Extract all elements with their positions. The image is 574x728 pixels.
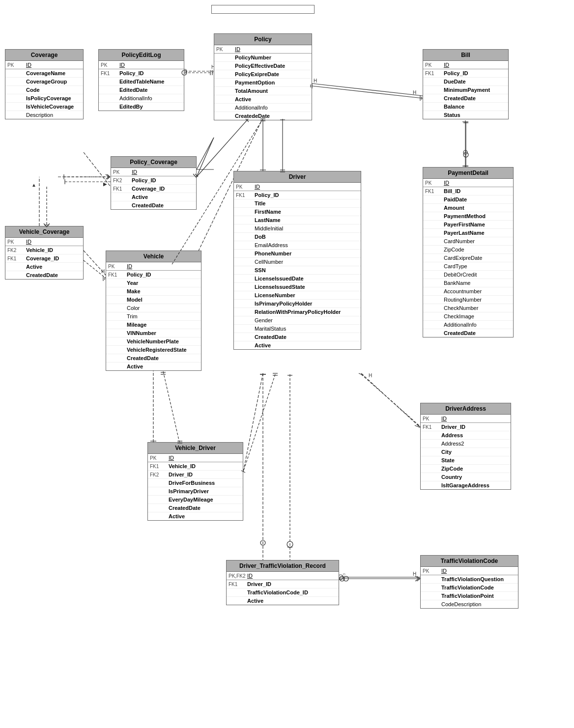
field-row: CreatedeDate <box>214 112 312 120</box>
field-row: SSN <box>234 266 361 275</box>
field-row: CardType <box>423 262 513 271</box>
table-policyEditLog: PolicyEditLogPKIDFK1Policy_IDEditedTable… <box>98 49 184 111</box>
field-row: CreatedDate <box>5 271 83 279</box>
field-row: FK2Driver_ID <box>148 471 243 479</box>
field-row: IsPrimaryPolicyHolder <box>234 300 361 308</box>
pk-row: PKID <box>423 61 508 69</box>
field-row: CoverageName <box>5 69 83 78</box>
field-row: CellNumber <box>234 258 361 266</box>
field-row: CreatedDate <box>423 329 513 337</box>
field-row: CreatedDate <box>234 333 361 341</box>
svg-line-21 <box>84 251 106 275</box>
field-row: FK2Vehicle_ID <box>5 246 83 254</box>
field-row: Active <box>148 512 243 520</box>
field-row: TotalAmount <box>214 87 312 95</box>
table-policy: PolicyPKIDPolicyNumberPolicyEffectiveDat… <box>214 33 312 120</box>
field-row: CreatedDate <box>111 201 196 209</box>
table-header-driverTrafficViolation: Driver_TrafficViolation_Record <box>227 560 339 572</box>
svg-text:H: H <box>314 78 317 84</box>
pk-row: PKID <box>5 61 83 69</box>
field-row: Model <box>106 296 201 304</box>
field-row: IsVehicleCoverage <box>5 103 83 111</box>
field-row: CoverageGroup <box>5 78 83 86</box>
table-header-driver: Driver <box>234 171 361 183</box>
table-paymentDetail: PaymentDetailPKIDFK1Bill_IDPaidDateAmoun… <box>423 167 514 337</box>
field-row: Accountnumber <box>423 287 513 296</box>
table-trafficViolationCode: TrafficViolationCodePKIDTrafficViolation… <box>420 555 518 609</box>
table-header-vehicle: Vehicle <box>106 251 201 262</box>
pk-row: PKID <box>106 262 201 270</box>
field-row: LicenseNumber <box>234 291 361 300</box>
field-row: PhoneNumber <box>234 250 361 258</box>
field-row: FK1Policy_ID <box>106 271 201 279</box>
field-row: DueDate <box>423 78 508 86</box>
table-header-coverage: Coverage <box>5 50 83 61</box>
pk-row: PKID <box>423 179 513 187</box>
svg-text:H: H <box>369 373 372 378</box>
field-row: MiddleInitial <box>234 224 361 233</box>
pk-row: PKID <box>234 183 361 191</box>
field-row: LastName <box>234 216 361 224</box>
field-row: CheckImage <box>423 312 513 321</box>
field-row: Code <box>5 86 83 94</box>
field-row: CardNumber <box>423 237 513 246</box>
table-header-vehicleCoverage: Vehicle_Coverage <box>5 226 83 238</box>
table-vehicleDriver: Vehicle_DriverPKIDFK1Vehicle_IDFK2Driver… <box>147 442 243 521</box>
field-row: IsItGarageAddress <box>421 481 511 489</box>
field-row: DebitOrCredit <box>423 271 513 279</box>
pk-row: PKID <box>148 454 243 462</box>
table-header-driverAddress: DriverAddress <box>421 403 511 415</box>
pk-row: PKID <box>111 168 196 176</box>
field-row: FK1Coverage_ID <box>5 254 83 263</box>
field-row: EveryDayMileage <box>148 496 243 504</box>
field-row: AdditionalInfo <box>423 321 513 329</box>
field-row: CreatedDate <box>148 504 243 512</box>
field-row: TrafficViolationCode <box>421 584 518 592</box>
field-row: FK1Policy_ID <box>423 69 508 78</box>
field-row: FK1Coverage_ID <box>111 185 196 193</box>
field-row: City <box>421 448 511 456</box>
field-row: LicenseIssuedState <box>234 283 361 291</box>
field-row: Address <box>421 431 511 440</box>
field-row: VehicleNumberPlate <box>106 337 201 346</box>
table-driverAddress: DriverAddressPKIDFK1Driver_IDAddressAddr… <box>420 403 511 490</box>
field-row: Trim <box>106 312 201 321</box>
svg-text:▶: ▶ <box>103 181 107 187</box>
field-row: Address2 <box>421 440 511 448</box>
field-row: EmailAddress <box>234 241 361 250</box>
svg-line-29 <box>361 373 420 427</box>
field-row: FK1Vehicle_ID <box>148 462 243 471</box>
field-row: EditedBy <box>99 103 184 111</box>
pk-row: PKID <box>421 567 518 575</box>
field-row: AdditionalInfo <box>214 104 312 112</box>
field-row: FirstName <box>234 208 361 216</box>
table-driver: DriverPKIDFK1Policy_IDTitleFirstNameLast… <box>233 171 361 350</box>
table-header-policyEditLog: PolicyEditLog <box>99 50 184 61</box>
svg-point-33 <box>260 540 265 545</box>
field-row: Color <box>106 304 201 312</box>
table-vehicleCoverage: Vehicle_CoveragePKIDFK2Vehicle_IDFK1Cove… <box>5 226 84 280</box>
svg-text:H: H <box>101 269 105 274</box>
field-row: Amount <box>423 204 513 212</box>
field-row: DoB <box>234 233 361 241</box>
table-coverage: CoveragePKIDCoverageNameCoverageGroupCod… <box>5 49 84 119</box>
svg-line-27 <box>243 373 263 472</box>
table-header-paymentDetail: PaymentDetail <box>423 168 513 179</box>
field-row: FK1Policy_ID <box>99 69 184 78</box>
table-header-vehicleDriver: Vehicle_Driver <box>148 443 243 454</box>
field-row: MaritalStatus <box>234 325 361 333</box>
field-row: CheckNumber <box>423 304 513 312</box>
diagram-container: H H H ▶ ▲ H <box>0 0 574 728</box>
svg-text:○: ○ <box>343 571 345 577</box>
table-header-bill: Bill <box>423 50 508 61</box>
field-row: ZipCode <box>423 246 513 254</box>
field-row: TrafficViolationCode_ID <box>227 588 339 597</box>
svg-point-7 <box>463 150 467 154</box>
field-row: VehicleRegisteredState <box>106 346 201 354</box>
svg-line-3 <box>312 84 423 96</box>
field-row: Country <box>421 473 511 481</box>
table-vehicle: VehiclePKIDFK1Policy_IDYearMakeModelColo… <box>106 251 201 371</box>
field-row: Active <box>111 193 196 201</box>
field-row: FK2Policy_ID <box>111 176 196 185</box>
table-header-policyCoverage: Policy_Coverage <box>111 157 196 168</box>
